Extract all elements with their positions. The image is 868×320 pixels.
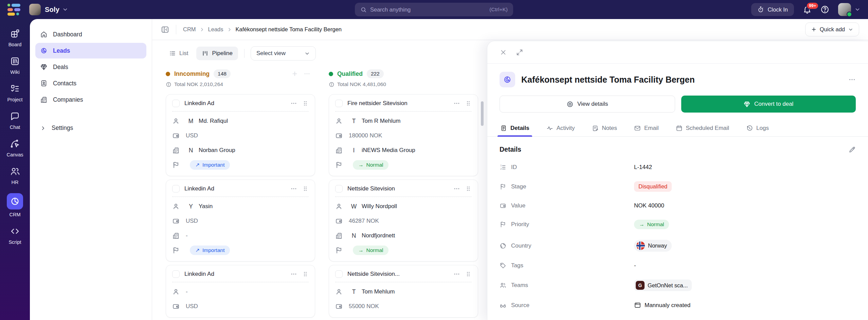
tab-list-view[interactable]: List [166, 47, 192, 60]
drag-handle-icon[interactable] [465, 271, 472, 277]
script-icon [10, 226, 20, 236]
nav-rail-chat[interactable]: Chat [7, 111, 23, 130]
card-company: Nordfjordnett [362, 232, 395, 239]
sidebar-item-companies[interactable]: Companies [35, 92, 146, 107]
workspace-name[interactable]: Soly [45, 6, 59, 14]
flag-icon [500, 221, 506, 228]
collapse-panel-icon[interactable] [161, 26, 169, 34]
breadcrumb: CRM Leads Kafékonsept nettside Toma Faci… [183, 26, 342, 33]
quick-add-button[interactable]: Quick add [805, 22, 859, 36]
pencil-icon[interactable] [848, 146, 856, 153]
tab-details[interactable]: Details [500, 121, 530, 136]
wallet-icon [335, 217, 343, 225]
field-stage: Stage Disqualified [500, 181, 856, 192]
column-status-dot [329, 72, 333, 76]
card-menu-button[interactable] [290, 271, 297, 277]
clock-in-button[interactable]: Clock In [751, 3, 794, 16]
convert-to-deal-button[interactable]: Convert to deal [681, 96, 856, 113]
user-avatar[interactable] [838, 3, 851, 16]
card-checkbox[interactable] [172, 270, 180, 278]
card-checkbox[interactable] [172, 185, 180, 192]
home-icon [40, 31, 48, 38]
card-checkbox[interactable] [335, 270, 343, 278]
field-id: ID L-1442 [500, 164, 856, 171]
tab-notes[interactable]: Notes [591, 121, 618, 136]
sidebar-item-deals[interactable]: Deals [35, 59, 146, 75]
person-icon [172, 203, 180, 210]
tab-logs[interactable]: Logs [745, 121, 770, 136]
tab-activity[interactable]: Activity [546, 121, 576, 136]
card-menu-button[interactable] [453, 185, 460, 192]
column-menu-button[interactable] [304, 70, 310, 77]
tab-pipeline-view[interactable]: Pipeline [196, 47, 238, 60]
help-icon[interactable] [820, 5, 829, 14]
app-logo-icon[interactable] [7, 4, 20, 16]
card-menu-button[interactable] [290, 100, 297, 107]
column-count-badge: 148 [214, 69, 231, 78]
plus-icon [811, 27, 817, 32]
workspace-chevron-down-icon[interactable] [62, 6, 68, 13]
drag-handle-icon[interactable] [465, 100, 472, 107]
chevron-right-icon [227, 27, 232, 32]
user-menu[interactable] [838, 3, 861, 16]
nav-rail-script[interactable]: Script [7, 225, 23, 245]
card-contact: Tom R Mehlum [362, 118, 400, 124]
details-section-title: Details [500, 146, 848, 153]
leads-icon [40, 47, 48, 54]
tab-scheduled-email[interactable]: Scheduled Email [675, 121, 730, 136]
notifications-button[interactable]: 99+ [803, 5, 812, 14]
card-value: 46287 NOK [349, 218, 379, 224]
add-card-button[interactable] [291, 70, 298, 77]
breadcrumb-current: Kafékonsept nettside Toma Facility Berge… [236, 26, 342, 33]
lead-card[interactable]: Fire nettsider Sitevision TTom R Mehlum … [329, 94, 478, 176]
nav-rail-crm[interactable]: CRM [7, 193, 23, 217]
crm-sidebar: Dashboard Leads Deals Contacts Companies… [30, 19, 152, 320]
nav-rail-wiki[interactable]: Wiki [7, 55, 23, 75]
card-menu-button[interactable] [290, 185, 297, 192]
sidebar-item-leads[interactable]: Leads [35, 43, 146, 58]
search-shortcut: (Ctrl+K) [489, 6, 508, 13]
glasses-icon [500, 302, 506, 309]
chevron-down-icon [848, 27, 853, 32]
sidebar-item-dashboard[interactable]: Dashboard [35, 27, 146, 42]
nav-rail-hr[interactable]: HR [7, 166, 23, 185]
card-checkbox[interactable] [335, 185, 343, 192]
canvas-icon [10, 139, 20, 149]
companies-icon [40, 96, 48, 103]
card-menu-button[interactable] [453, 271, 460, 277]
lead-card[interactable]: Nettside Sitevision WWilly Nordpoll 4628… [329, 180, 478, 262]
breadcrumb-leads[interactable]: Leads [208, 26, 223, 33]
search-input[interactable]: Search anything (Ctrl+K) [355, 3, 513, 16]
lead-card[interactable]: Linkedin Ad - USD [166, 265, 315, 318]
nav-rail-board[interactable]: Board [7, 28, 23, 47]
workspace-avatar[interactable] [29, 4, 41, 15]
breadcrumb-crm[interactable]: CRM [183, 26, 196, 33]
card-value: 180000 NOK [349, 132, 382, 139]
tab-email[interactable]: Email [633, 121, 659, 136]
lead-card[interactable]: Linkedin Ad YYasin USD - ↗Important [166, 180, 315, 262]
drag-handle-icon[interactable] [302, 100, 309, 107]
card-checkbox[interactable] [172, 100, 180, 107]
sidebar-item-settings[interactable]: Settings [35, 120, 146, 136]
board-scrollbar[interactable] [481, 101, 484, 126]
card-company: iNEWS Media Group [362, 147, 415, 154]
drag-handle-icon[interactable] [465, 185, 472, 192]
breadcrumb-bar: CRM Leads Kafékonsept nettside Toma Faci… [152, 19, 868, 40]
lead-menu-button[interactable] [848, 76, 856, 83]
close-icon[interactable] [500, 49, 507, 56]
wiki-icon [10, 56, 20, 66]
select-view-dropdown[interactable]: Select view [251, 46, 316, 61]
nav-rail-canvas[interactable]: Canvas [6, 138, 23, 157]
crm-icon [10, 196, 20, 206]
card-menu-button[interactable] [453, 100, 460, 107]
drag-handle-icon[interactable] [302, 185, 309, 192]
lead-card[interactable]: Linkedin Ad MMd. Rafiqul USD NNorban Gro… [166, 94, 315, 176]
card-checkbox[interactable] [335, 100, 343, 107]
expand-icon[interactable] [516, 49, 523, 56]
lead-detail-panel: Kafékonsept nettside Toma Facility Berge… [487, 41, 868, 320]
sidebar-item-contacts[interactable]: Contacts [35, 75, 146, 91]
view-details-button[interactable]: View details [500, 96, 675, 113]
nav-rail-project[interactable]: Project [7, 83, 23, 102]
lead-card[interactable]: Nettside Sitevision... TTom Mehlum 55000… [329, 265, 478, 318]
drag-handle-icon[interactable] [302, 271, 309, 277]
